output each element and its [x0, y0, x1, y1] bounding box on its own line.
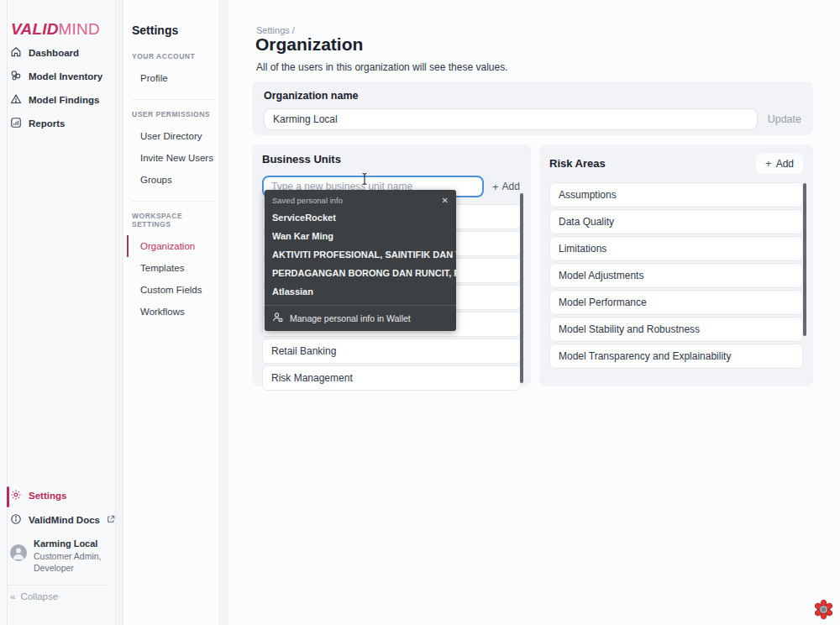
validmind-logo: VALIDMIND	[11, 20, 100, 39]
collapse-sidebar-button[interactable]: « Collapse	[10, 591, 58, 601]
page-subtitle: All of the users in this organization wi…	[256, 61, 508, 73]
settings-nav-panel: Settings YOUR ACCOUNT Profile USER PERMI…	[123, 0, 220, 625]
plus-icon: +	[765, 157, 772, 170]
bar-chart-icon	[10, 117, 22, 130]
settings-nav-item-user-directory[interactable]: User Directory	[132, 125, 219, 147]
user-info: Karming Local Customer Admin, Developer	[34, 538, 102, 574]
user-name: Karming Local	[34, 538, 97, 549]
organization-name-card: Organization name Update	[252, 81, 813, 135]
autofill-suggestions: ServiceRocketWan Kar MingAKTIVITI PROFES…	[265, 208, 456, 301]
external-link-icon	[107, 515, 115, 525]
sidebar-edge-divider	[7, 0, 8, 625]
autofill-suggestion[interactable]: AKTIVITI PROFESIONAL, SAINTIFIK DAN TEKN…	[265, 245, 456, 264]
wallet-person-icon	[272, 312, 283, 324]
settings-nav-title: Settings	[132, 24, 219, 37]
sidebar-item-settings[interactable]: Settings	[10, 489, 66, 502]
boxes-icon	[10, 70, 22, 83]
add-label: Add	[776, 158, 794, 170]
collapse-label: Collapse	[20, 591, 58, 601]
sidebar-bottom-divider	[8, 585, 108, 586]
user-role-2: Developer	[34, 563, 74, 573]
autofill-suggestion[interactable]: Atlassian	[265, 282, 456, 301]
risk-area-item[interactable]: Assumptions	[549, 182, 803, 207]
sidebar-item-label: ValidMind Docs	[29, 515, 100, 525]
text-cursor	[360, 172, 369, 189]
app-window: VALIDMIND Dashboard Model Inventory Mode…	[0, 0, 840, 625]
sidebar-item-validmind-docs[interactable]: ValidMind Docs	[10, 513, 115, 527]
sidebar-item-label: Settings	[29, 491, 66, 501]
add-risk-area-button[interactable]: + Add	[756, 153, 803, 174]
section-label-your-account: YOUR ACCOUNT	[132, 52, 219, 60]
settings-nav-item-groups[interactable]: Groups	[132, 169, 219, 191]
risk-area-item[interactable]: Limitations	[549, 236, 803, 261]
primary-sidebar: VALIDMIND Dashboard Model Inventory Mode…	[0, 0, 116, 625]
info-circle-icon	[10, 513, 22, 527]
panel-gutter	[116, 0, 123, 625]
warning-triangle-icon	[10, 93, 22, 107]
sidebar-item-model-inventory[interactable]: Model Inventory	[10, 70, 102, 83]
nav-divider	[132, 201, 216, 202]
business-unit-item[interactable]: Retail Banking	[262, 339, 521, 364]
logo-text-bold: VALID	[11, 20, 59, 38]
risk-areas-title: Risk Areas	[549, 157, 606, 170]
organization-name-label: Organization name	[264, 90, 801, 102]
sidebar-item-label: Dashboard	[29, 48, 79, 58]
organization-name-input[interactable]	[264, 108, 758, 130]
manage-wallet-label: Manage personal info in Wallet	[290, 313, 411, 323]
scrollbar-thumb[interactable]	[520, 193, 523, 383]
home-icon	[10, 46, 22, 60]
risk-area-item[interactable]: Data Quality	[549, 209, 803, 234]
settings-nav-item-invite-new-users[interactable]: Invite New Users	[132, 147, 219, 169]
active-indicator-bar	[7, 486, 9, 507]
autofill-suggestion[interactable]: PERDAGANGAN BORONG DAN RUNCIT, PEMBAIKAN…	[265, 264, 456, 282]
risk-area-item[interactable]: Model Transparency and Explainability	[549, 344, 803, 369]
sidebar-item-label: Model Findings	[29, 95, 99, 105]
close-icon[interactable]: ✕	[442, 196, 449, 205]
scrollbar-thumb[interactable]	[803, 183, 806, 336]
page-title: Organization	[255, 34, 363, 55]
risk-area-item[interactable]: Model Stability and Robustness	[549, 317, 803, 342]
settings-nav-item-workflows[interactable]: Workflows	[132, 301, 219, 323]
add-business-unit-button[interactable]: + Add	[492, 181, 520, 193]
gear-icon	[10, 489, 22, 502]
settings-nav-item-profile[interactable]: Profile	[132, 67, 219, 89]
panel-gutter	[221, 0, 228, 625]
autofill-suggestion[interactable]: ServiceRocket	[265, 208, 456, 227]
nav-divider	[132, 99, 216, 100]
autofill-suggestion[interactable]: Wan Kar Ming	[265, 227, 456, 245]
settings-nav-item-organization[interactable]: Organization	[127, 235, 219, 257]
user-role-1: Customer Admin,	[34, 551, 102, 561]
risk-area-item[interactable]: Model Performance	[549, 290, 803, 315]
risk-area-item[interactable]: Model Adjustments	[549, 263, 803, 288]
collapse-icon: «	[10, 591, 15, 601]
user-account-card[interactable]: Karming Local Customer Admin, Developer	[10, 538, 109, 574]
manage-wallet-row[interactable]: Manage personal info in Wallet	[265, 306, 456, 331]
recording-indicator-icon	[812, 598, 835, 624]
settings-nav-item-custom-fields[interactable]: Custom Fields	[132, 279, 219, 301]
add-label: Add	[502, 181, 520, 192]
sidebar-item-model-findings[interactable]: Model Findings	[10, 93, 99, 107]
business-unit-item[interactable]: Risk Management	[262, 365, 521, 391]
business-units-title: Business Units	[262, 153, 341, 165]
logo-text-light: MIND	[59, 20, 100, 38]
autofill-header-label: Saved personal info	[272, 196, 343, 205]
avatar	[10, 544, 27, 561]
autofill-dropdown: Saved personal info ✕ ServiceRocketWan K…	[265, 190, 456, 331]
section-label-user-permissions: USER PERMISSIONS	[132, 110, 219, 118]
risk-areas-list: AssumptionsData QualityLimitationsModel …	[549, 182, 803, 369]
settings-nav-item-templates[interactable]: Templates	[132, 257, 219, 279]
sidebar-item-label: Reports	[29, 118, 65, 129]
update-button[interactable]: Update	[768, 113, 801, 125]
risk-areas-card: Risk Areas + Add AssumptionsData Quality…	[539, 144, 813, 386]
sidebar-item-dashboard[interactable]: Dashboard	[10, 46, 79, 60]
section-label-workspace-settings: WORKSPACE SETTINGS	[132, 212, 219, 228]
sidebar-item-reports[interactable]: Reports	[10, 117, 65, 130]
plus-icon: +	[492, 181, 499, 193]
sidebar-item-label: Model Inventory	[29, 71, 102, 81]
